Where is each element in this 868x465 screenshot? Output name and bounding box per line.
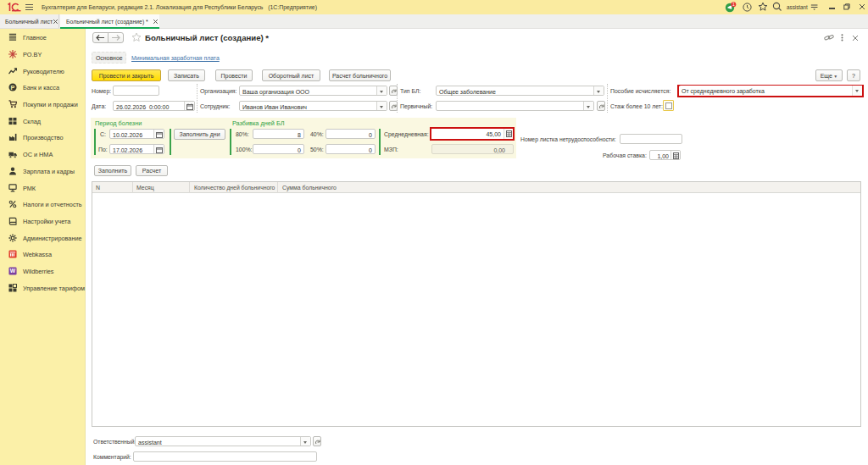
svg-text:W: W	[10, 268, 16, 274]
svg-text:P: P	[11, 84, 15, 91]
svg-text:1: 1	[732, 2, 735, 7]
